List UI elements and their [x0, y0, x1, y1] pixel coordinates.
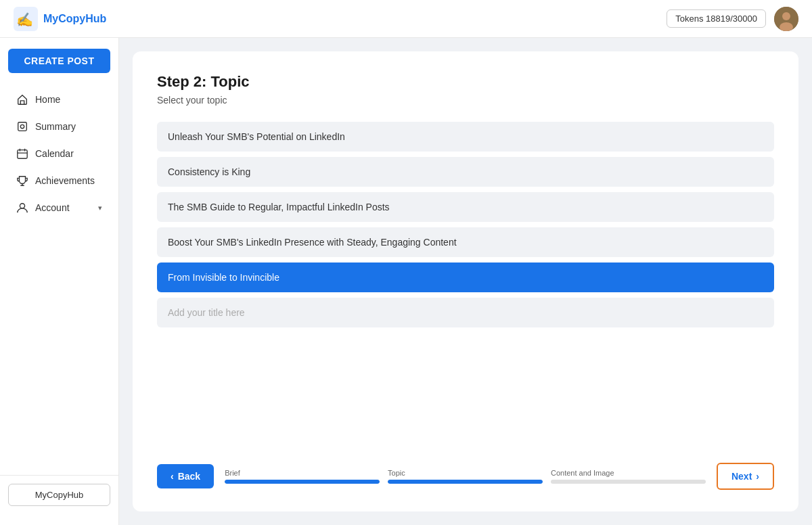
topic-item-topic-3[interactable]: The SMB Guide to Regular, Impactful Link…	[157, 192, 774, 222]
summary-icon	[16, 120, 28, 133]
topic-item-topic-4[interactable]: Boost Your SMB's LinkedIn Presence with …	[157, 227, 774, 257]
sidebar: CREATE POST Home Summary	[0, 38, 119, 525]
progress-bar-fill-1	[388, 480, 543, 484]
sidebar-item-account[interactable]: Account ▾	[3, 195, 116, 221]
progress-bar-track-1	[388, 480, 543, 484]
sidebar-item-summary-label: Summary	[35, 121, 76, 132]
logo-icon: ✍	[14, 7, 38, 31]
progress-bar-track-2	[551, 480, 706, 484]
calendar-icon	[16, 147, 28, 160]
svg-point-6	[20, 124, 24, 128]
trophy-icon	[16, 175, 28, 187]
progress-step-2: Content and Image	[551, 469, 706, 484]
main-layout: CREATE POST Home Summary	[0, 38, 812, 525]
sidebar-bottom: MyCopyHub	[0, 475, 118, 514]
svg-point-3	[782, 12, 790, 20]
sidebar-item-calendar[interactable]: Calendar	[3, 141, 116, 166]
back-button[interactable]: ‹ Back	[157, 464, 214, 488]
topic-list: Unleash Your SMB's Potential on LinkedIn…	[157, 122, 774, 430]
chevron-down-icon: ▾	[98, 204, 102, 212]
topic-item-topic-custom[interactable]: Add your title here	[157, 298, 774, 327]
progress-step-label-1: Topic	[388, 469, 543, 477]
svg-text:✍: ✍	[16, 12, 33, 28]
step-subtitle: Select your topic	[157, 95, 774, 106]
create-post-button[interactable]: CREATE POST	[8, 49, 110, 73]
progress-steps: Brief Topic Content and Image	[225, 469, 706, 484]
bottom-nav: ‹ Back Brief Topic Content and Image	[157, 452, 774, 490]
svg-point-8	[20, 204, 24, 208]
home-icon	[16, 93, 28, 106]
progress-bar-fill-0	[225, 480, 380, 484]
back-chevron-icon: ‹	[171, 471, 174, 482]
sidebar-item-account-label: Account	[35, 202, 70, 213]
progress-step-label-2: Content and Image	[551, 469, 706, 477]
sidebar-item-achievements-label: Achievements	[35, 175, 95, 186]
sidebar-nav: Home Summary Calendar	[0, 87, 118, 475]
progress-step-0: Brief	[225, 469, 380, 484]
tokens-badge: Tokens 18819/30000	[667, 9, 766, 28]
next-chevron-icon: ›	[756, 471, 759, 482]
sidebar-item-achievements[interactable]: Achievements	[3, 168, 116, 193]
next-label: Next	[731, 471, 752, 482]
svg-rect-5	[18, 122, 27, 131]
logo-text: MyCopyHub	[43, 13, 106, 25]
main-card: Step 2: Topic Select your topic Unleash …	[133, 51, 798, 511]
sidebar-item-summary[interactable]: Summary	[3, 114, 116, 139]
topic-item-topic-2[interactable]: Consistency is King	[157, 157, 774, 187]
avatar[interactable]	[774, 7, 798, 31]
progress-bar-track-0	[225, 480, 380, 484]
avatar-img	[774, 7, 798, 31]
back-label: Back	[178, 471, 200, 482]
progress-step-label-0: Brief	[225, 469, 380, 477]
content-area: Step 2: Topic Select your topic Unleash …	[119, 38, 812, 525]
header: ✍ MyCopyHub Tokens 18819/30000	[0, 0, 812, 38]
sidebar-brand-button[interactable]: MyCopyHub	[8, 484, 110, 506]
topic-item-topic-5[interactable]: From Invisible to Invincible	[157, 262, 774, 292]
sidebar-item-home-label: Home	[35, 94, 60, 105]
topic-item-topic-1[interactable]: Unleash Your SMB's Potential on LinkedIn	[157, 122, 774, 152]
user-icon	[16, 202, 28, 214]
next-button[interactable]: Next ›	[717, 463, 774, 490]
header-right: Tokens 18819/30000	[667, 7, 798, 31]
logo-area: ✍ MyCopyHub	[14, 7, 106, 31]
svg-rect-7	[18, 150, 27, 159]
progress-step-1: Topic	[388, 469, 543, 484]
sidebar-item-home[interactable]: Home	[3, 87, 116, 112]
step-title: Step 2: Topic	[157, 73, 774, 91]
sidebar-item-calendar-label: Calendar	[35, 148, 74, 159]
